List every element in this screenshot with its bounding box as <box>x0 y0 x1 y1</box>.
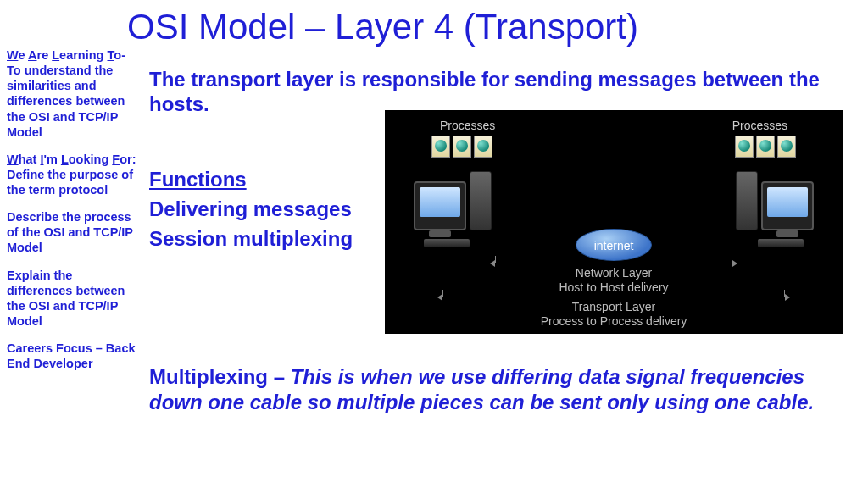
wilf-heading: What I'm Looking For: Define the purpose… <box>7 152 141 197</box>
host-right <box>736 171 814 230</box>
careers-focus: Careers Focus – Back End Developer <box>7 341 141 371</box>
wilf-item-3: Explain the differences between the OSI … <box>7 268 141 330</box>
process-icons-left <box>431 136 492 158</box>
walt-heading: We Are Learning To- To understand the si… <box>7 47 141 140</box>
process-icon <box>474 136 492 158</box>
wilf-item-2: Describe the process of the OSI and TCP/… <box>7 209 141 255</box>
process-icons-right <box>735 136 796 158</box>
multiplex-term: Multiplexing – <box>149 365 291 388</box>
transport-layer-diagram: Processes Processes internet Network Lay… <box>385 110 843 334</box>
tick <box>784 290 785 297</box>
wilf-item-1: Define the purpose of the term protocol <box>7 168 133 197</box>
walt-text: To understand the similarities and diffe… <box>7 64 125 139</box>
process-icon <box>777 136 796 158</box>
network-layer-label: Network LayerHost to Host delivery <box>559 266 668 295</box>
processes-label-right: Processes <box>732 119 787 132</box>
intro-text: The transport layer is responsible for s… <box>149 68 844 117</box>
slide-title: OSI Model – Layer 4 (Transport) <box>127 7 638 47</box>
functions-block: Functions Delivering messages Session mu… <box>149 165 353 253</box>
process-icon <box>756 136 775 158</box>
processes-label-left: Processes <box>440 119 495 132</box>
multiplexing-definition: Multiplexing – This is when we use diffe… <box>149 364 844 415</box>
host-left <box>414 171 492 230</box>
keyboard-icon <box>424 239 470 247</box>
learning-sidebar: We Are Learning To- To understand the si… <box>7 47 141 383</box>
network-layer-arrow <box>495 263 732 263</box>
functions-item-2: Session multiplexing <box>149 225 353 254</box>
tower-icon <box>736 171 758 230</box>
monitor-icon <box>414 181 466 230</box>
functions-heading: Functions <box>149 165 353 195</box>
monitor-icon <box>761 181 814 230</box>
tick <box>495 256 496 263</box>
tower-icon <box>470 171 492 230</box>
internet-cloud: internet <box>576 229 652 261</box>
process-icon <box>735 136 754 158</box>
tick <box>442 290 443 297</box>
keyboard-icon <box>758 239 804 247</box>
process-icon <box>431 136 450 158</box>
transport-layer-arrow <box>442 297 785 297</box>
tick <box>732 256 732 263</box>
functions-item-1: Delivering messages <box>149 195 353 225</box>
transport-layer-label: Transport LayerProcess to Process delive… <box>541 300 687 329</box>
process-icon <box>453 136 471 158</box>
